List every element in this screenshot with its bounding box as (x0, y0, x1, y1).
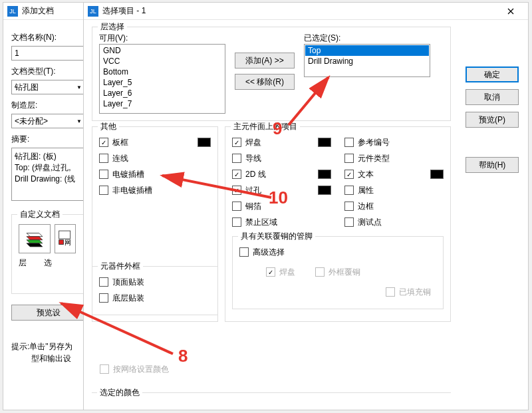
text-label: 文本 (358, 169, 374, 180)
color-swatch[interactable] (318, 186, 331, 195)
color-swatch[interactable] (198, 138, 211, 147)
mfg-layer-dropdown[interactable]: <未分配> ▼ (11, 114, 85, 128)
add-doc-titlebar: JL 添加文档 (3, 3, 93, 20)
parttype-checkbox[interactable] (344, 154, 354, 163)
testpoint-checkbox[interactable] (344, 217, 354, 227)
line2d-label: 2D 线 (245, 169, 266, 180)
pad-label: 焊盘 (245, 137, 261, 148)
copper-checkbox[interactable] (232, 202, 241, 211)
connections-label: 连线 (112, 153, 128, 164)
chevron-down-icon: ▼ (76, 84, 82, 90)
close-button[interactable] (497, 3, 524, 20)
adv-select-checkbox[interactable] (239, 247, 249, 257)
app-icon: JL (88, 6, 98, 17)
selected-listbox[interactable]: Top Drill Drawing (304, 44, 430, 77)
svg-rect-0 (59, 231, 70, 239)
via-checkbox[interactable] (232, 186, 241, 195)
select-items-title: 选择项目 - 1 (102, 5, 497, 17)
adv-pad-checkbox (266, 267, 275, 277)
preview-button[interactable]: 预览设 (11, 305, 85, 321)
parttype-label: 元件类型 (358, 153, 390, 164)
main-items-group-title: 主元件面上的项目 (231, 121, 300, 132)
bycolor-checkbox (100, 364, 109, 374)
doc-name-input[interactable] (11, 46, 85, 61)
list-item[interactable]: Drill Drawing (305, 56, 429, 67)
top-assembly-label: 顶面贴装 (112, 277, 144, 288)
available-label: 可用(V): (99, 33, 225, 44)
testpoint-label: 测试点 (358, 217, 382, 228)
bottom-assembly-label: 底层贴装 (112, 293, 144, 304)
edge-checkbox[interactable] (344, 202, 354, 211)
summary-line: Top: (焊盘,过孔, (15, 162, 82, 174)
trace-checkbox[interactable] (232, 154, 241, 163)
adv-outer-checkbox (315, 267, 325, 277)
add-doc-title: 添加文档 (22, 5, 89, 17)
list-item[interactable]: Layer_7 (100, 98, 224, 109)
doc-type-dropdown[interactable]: 钻孔图 ▼ (11, 80, 85, 94)
cancel-button[interactable]: 取消 (466, 89, 519, 105)
other-group-title: 其他 (98, 121, 119, 132)
adv-outer-label: 外框覆铜 (329, 267, 360, 278)
keepout-checkbox[interactable] (232, 217, 241, 227)
color-swatch[interactable] (430, 170, 444, 179)
app-icon: JL (7, 6, 18, 17)
help-button[interactable]: 帮助(H) (466, 157, 519, 173)
adv-filled-label: 已填充铜 (399, 287, 431, 298)
preview-button[interactable]: 预览(P) (466, 112, 519, 128)
mfg-layer-value: <未分配> (15, 116, 48, 127)
list-item[interactable]: VCC (100, 56, 224, 67)
board-outline-label: 板框 (112, 137, 128, 148)
adv-pad-label: 焊盘 (279, 267, 295, 278)
color-swatch[interactable] (318, 170, 331, 179)
nonplated-slots-label: 非电镀插槽 (112, 185, 152, 196)
line2d-checkbox[interactable] (232, 170, 241, 179)
chevron-down-icon: ▼ (76, 118, 82, 124)
top-assembly-checkbox[interactable] (99, 277, 108, 287)
svg-text:网: 网 (65, 239, 71, 246)
bottom-assembly-checkbox[interactable] (99, 293, 108, 303)
aux-icon-button[interactable]: 网 (55, 224, 76, 253)
layer-text: 层 (19, 257, 27, 269)
layers-icon-button[interactable] (19, 224, 51, 253)
ok-button[interactable]: 确定 (466, 67, 519, 82)
svg-rect-1 (59, 240, 64, 245)
add-button[interactable]: 添加(A) >> (235, 53, 295, 69)
summary-line: 钻孔图: (板) (15, 151, 82, 162)
list-item[interactable]: Layer_6 (100, 88, 224, 98)
board-outline-checkbox[interactable] (99, 138, 108, 147)
plated-slots-checkbox[interactable] (99, 170, 108, 179)
list-item[interactable]: Top (305, 45, 429, 56)
custom-doc-group-title: 自定义文档 (17, 209, 63, 220)
layer-select-group-title: 层选择 (98, 21, 127, 33)
summary-box: 钻孔图: (板) Top: (焊盘,过孔, Drill Drawing: (线 (11, 148, 85, 201)
mfg-layer-label: 制造层: (11, 100, 85, 111)
list-item[interactable]: Bottom (100, 67, 224, 77)
list-item[interactable]: Layer_5 (100, 77, 224, 88)
ref-checkbox[interactable] (344, 138, 354, 147)
select-items-titlebar: JL 选择项目 - 1 (84, 3, 528, 20)
remove-button[interactable]: << 移除(R) (235, 74, 295, 90)
color-swatch[interactable] (318, 138, 331, 147)
adv-filled-checkbox (386, 287, 395, 297)
ref-label: 参考编号 (358, 137, 390, 148)
selected-color-group-title: 选定的颜色 (97, 387, 142, 398)
tip-line: 提示:单击"另存为 (11, 341, 85, 352)
doc-type-label: 文档类型(T): (11, 66, 85, 77)
tip-line: 型和输出设 (31, 352, 85, 364)
bycolor-label: 按网络设置颜色 (113, 364, 169, 375)
text-checkbox[interactable] (344, 170, 354, 179)
connections-checkbox[interactable] (99, 154, 108, 163)
doc-type-value: 钻孔图 (15, 82, 39, 93)
assoc-group-title: 具有关联覆铜的管脚 (238, 231, 315, 242)
attr-label: 属性 (358, 185, 374, 196)
pad-checkbox[interactable] (232, 138, 241, 147)
attr-checkbox[interactable] (344, 186, 354, 195)
nonplated-slots-checkbox[interactable] (99, 186, 108, 195)
trace-label: 导线 (245, 153, 261, 164)
summary-line: Drill Drawing: (线 (15, 174, 82, 185)
selected-label: 已选定(S): (304, 33, 430, 44)
available-listbox[interactable]: GND VCC Bottom Layer_5 Layer_6 Layer_7 (99, 44, 225, 114)
via-label: 过孔 (245, 185, 261, 196)
list-item[interactable]: GND (100, 45, 224, 56)
edge-label: 边框 (358, 201, 374, 212)
